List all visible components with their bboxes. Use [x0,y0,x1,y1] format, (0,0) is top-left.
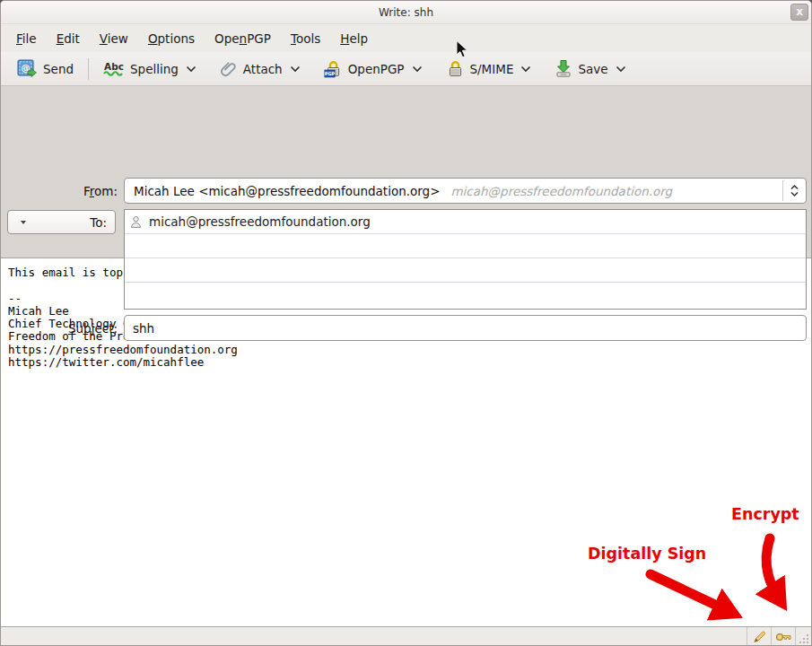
svg-text:Abc: Abc [104,61,124,72]
from-spinner[interactable] [782,180,806,201]
recipient-list: micah@pressfreedomfoundation.org [124,209,807,310]
spelling-label: Spelling [130,62,179,76]
menu-tools[interactable]: Tools [281,28,330,49]
message-headers: From: Micah Lee <micah@pressfreedomfound… [1,86,811,258]
window-title: Write: shh [1,1,811,24]
encrypt-toggle[interactable] [771,627,795,646]
send-button[interactable]: @ Send [12,56,79,83]
smime-lock-icon [446,59,465,78]
chevron-down-icon [412,65,423,73]
attach-button[interactable]: Attach [214,57,306,82]
menu-options[interactable]: Options [138,28,205,49]
save-icon [554,59,572,78]
to-button-label: To: [26,215,115,230]
menu-view[interactable]: View [90,28,138,49]
save-button[interactable]: Save [549,56,631,82]
smime-button[interactable]: S/MIME [441,56,537,82]
spelling-button[interactable]: Abc Spelling [98,57,202,81]
menu-help[interactable]: Help [330,28,378,49]
menu-file[interactable]: File [6,28,47,49]
message-body-editor[interactable]: This email is top secret. -- Micah Lee C… [1,258,811,626]
resize-grip[interactable] [795,627,811,646]
recipient-address: micah@pressfreedomfoundation.org [149,214,371,229]
smime-label: S/MIME [470,62,514,76]
close-button[interactable]: x [790,4,808,21]
chevron-down-icon [616,65,626,73]
recipient-row-empty[interactable] [125,258,806,283]
statusbar-spacer [1,627,747,646]
svg-text:PGP: PGP [324,71,335,76]
from-value: Micah Lee <micah@pressfreedomfoundation.… [134,184,440,198]
toolbar-separator [88,58,89,80]
send-icon: @ [17,59,38,79]
digitally-sign-toggle[interactable] [747,627,771,646]
recipient-row-empty[interactable] [125,234,806,258]
attach-icon [220,60,238,78]
subject-input[interactable] [124,315,807,341]
chevron-up-icon [790,185,799,190]
attach-label: Attach [243,62,283,76]
chevron-down-icon [186,65,196,73]
recipient-row[interactable]: micah@pressfreedomfoundation.org [125,210,806,234]
send-label: Send [43,62,74,76]
save-label: Save [578,62,607,76]
pencil-sign-icon [752,629,767,644]
statusbar [1,626,811,646]
from-label: From: [1,184,118,198]
openpgp-lock-icon: PGP [324,59,343,78]
compose-window: Write: shh x File Edit View Options Open… [0,0,812,646]
chevron-down-icon [290,65,301,73]
spelling-icon: Abc [103,61,125,77]
chevron-down-icon [520,65,531,73]
contact-icon [130,215,142,229]
chevron-down-icon [790,191,799,196]
menu-edit[interactable]: Edit [47,28,90,49]
grip-dots-icon [798,633,810,645]
from-hint: micah@pressfreedomfoundation.org [450,184,672,198]
toolbar: @ Send Abc Spelling Attach PGP OpenPGP S… [1,52,811,86]
menu-openpgp[interactable]: OpenPGP [205,28,281,49]
openpgp-button[interactable]: PGP OpenPGP [319,56,428,82]
titlebar: Write: shh x [1,1,811,24]
from-selector[interactable]: Micah Lee <micah@pressfreedomfoundation.… [124,178,807,204]
menubar: File Edit View Options OpenPGP Tools Hel… [1,24,811,52]
key-encrypt-icon [775,631,792,643]
recipient-type-button[interactable]: To: [7,210,116,234]
subject-label: Subject: [1,321,118,336]
recipient-row-empty[interactable] [125,283,806,307]
openpgp-label: OpenPGP [348,62,405,76]
